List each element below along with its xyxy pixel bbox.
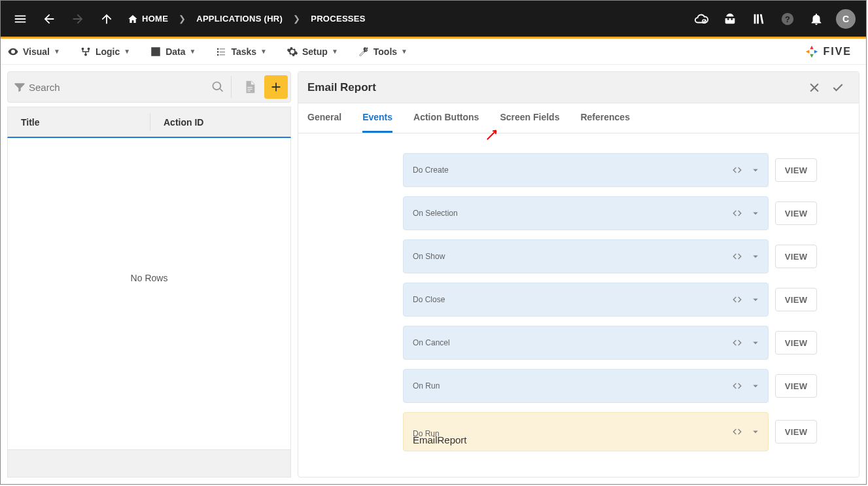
menu-tasks[interactable]: Tasks ▼ (215, 46, 267, 58)
search-icon[interactable] (211, 80, 224, 94)
up-icon[interactable] (94, 6, 120, 32)
menu-tools[interactable]: Tools ▼ (358, 46, 408, 58)
tab-general[interactable]: General (307, 103, 341, 133)
no-rows-label: No Rows (131, 273, 168, 283)
code-icon[interactable] (731, 380, 743, 392)
chevron-down-icon[interactable] (750, 337, 761, 349)
help-icon[interactable]: ? (774, 6, 801, 32)
caret-down-icon: ▼ (190, 48, 196, 55)
menu-logic-label: Logic (95, 46, 120, 57)
breadcrumb-processes[interactable]: PROCESSES (305, 14, 371, 24)
event-row: On CancelVIEW (403, 326, 817, 360)
event-label: On Run (413, 381, 440, 391)
svg-point-3 (82, 47, 84, 50)
menu-data-label: Data (165, 46, 185, 57)
menu-visual[interactable]: Visual ▼ (7, 46, 60, 58)
grid-footer (7, 450, 291, 477)
chevron-down-icon[interactable] (750, 251, 761, 262)
view-button[interactable]: VIEW (775, 158, 817, 182)
event-box[interactable]: Do RunEmailReport (403, 412, 769, 451)
code-icon[interactable] (731, 337, 743, 349)
chevron-down-icon[interactable] (750, 207, 761, 219)
caret-down-icon: ▼ (260, 48, 267, 55)
back-icon[interactable] (36, 6, 62, 32)
event-row: On ShowVIEW (403, 239, 817, 273)
menu-setup[interactable]: Setup ▼ (286, 46, 338, 58)
close-button[interactable] (803, 76, 826, 99)
breadcrumb-applications-label: APPLICATIONS (HR) (196, 14, 283, 24)
caret-down-icon: ▼ (124, 48, 130, 55)
event-value: EmailReport (413, 434, 467, 445)
tab-references[interactable]: References (580, 103, 630, 133)
menu-tasks-label: Tasks (231, 46, 256, 57)
code-icon[interactable] (731, 207, 743, 219)
view-button[interactable]: VIEW (775, 245, 817, 268)
event-label: On Show (413, 252, 445, 261)
avatar[interactable]: C (836, 9, 856, 29)
event-box[interactable]: On Show (403, 239, 769, 273)
event-row: On SelectionVIEW (403, 196, 817, 230)
breadcrumb-home[interactable]: HOME (122, 14, 173, 24)
detail-title: Email Report (307, 81, 376, 94)
menu-data[interactable]: Data ▼ (150, 46, 196, 58)
chevron-down-icon[interactable] (750, 380, 761, 392)
document-button[interactable] (238, 75, 262, 99)
caret-down-icon: ▼ (401, 48, 408, 55)
tab-screen-fields[interactable]: Screen Fields (500, 103, 559, 133)
library-icon[interactable] (746, 6, 772, 32)
col-title[interactable]: Title (8, 113, 150, 131)
breadcrumb-home-label: HOME (142, 14, 168, 24)
event-row: On RunVIEW (403, 369, 817, 403)
cloud-icon[interactable] (688, 6, 714, 32)
grid-body: No Rows (7, 138, 291, 450)
event-row: Do RunEmailReportVIEW (403, 412, 817, 451)
avatar-initial: C (842, 14, 849, 24)
hamburger-menu-icon[interactable] (7, 6, 33, 32)
menu-setup-label: Setup (302, 46, 328, 57)
svg-point-4 (88, 47, 90, 50)
event-label: On Selection (413, 209, 458, 218)
event-box[interactable]: Do Create (403, 153, 769, 187)
event-box[interactable]: On Selection (403, 196, 769, 230)
svg-point-5 (84, 53, 87, 56)
add-button[interactable] (264, 75, 288, 99)
event-box[interactable]: On Cancel (403, 326, 769, 360)
menu-tools-label: Tools (373, 46, 397, 57)
confirm-button[interactable] (826, 76, 850, 99)
event-label: On Cancel (413, 338, 450, 347)
robot-icon[interactable] (717, 6, 743, 32)
view-button[interactable]: VIEW (775, 374, 817, 398)
code-icon[interactable] (731, 251, 743, 262)
view-button[interactable]: VIEW (775, 420, 817, 443)
event-label: Do Close (413, 295, 445, 304)
tab-events[interactable]: Events (362, 103, 392, 133)
caret-down-icon: ▼ (54, 48, 60, 55)
svg-text:?: ? (785, 14, 790, 24)
bell-icon[interactable] (803, 6, 829, 32)
menu-logic[interactable]: Logic ▼ (80, 46, 130, 58)
code-icon[interactable] (731, 164, 743, 176)
brand-text: FIVE (823, 46, 852, 58)
menu-visual-label: Visual (23, 46, 50, 57)
breadcrumb-processes-label: PROCESSES (311, 14, 366, 24)
chevron-down-icon[interactable] (750, 294, 761, 305)
event-box[interactable]: Do Close (403, 283, 769, 317)
view-button[interactable]: VIEW (775, 331, 817, 355)
forward-icon (65, 6, 91, 32)
breadcrumb-sep: ❯ (290, 14, 303, 24)
filter-icon[interactable] (13, 80, 26, 94)
view-button[interactable]: VIEW (775, 288, 817, 311)
breadcrumb-sep: ❯ (176, 14, 188, 24)
event-box[interactable]: On Run (403, 369, 769, 403)
tab-action-buttons[interactable]: Action Buttons (413, 103, 479, 133)
chevron-down-icon[interactable] (750, 426, 761, 438)
code-icon[interactable] (731, 426, 743, 438)
view-button[interactable]: VIEW (775, 201, 817, 225)
chevron-down-icon[interactable] (750, 164, 761, 176)
breadcrumb-applications[interactable]: APPLICATIONS (HR) (191, 14, 288, 24)
code-icon[interactable] (731, 294, 743, 305)
search-input[interactable] (29, 82, 209, 93)
caret-down-icon: ▼ (332, 48, 338, 55)
col-action-id[interactable]: Action ID (150, 117, 290, 128)
grid-header: Title Action ID (7, 107, 291, 138)
